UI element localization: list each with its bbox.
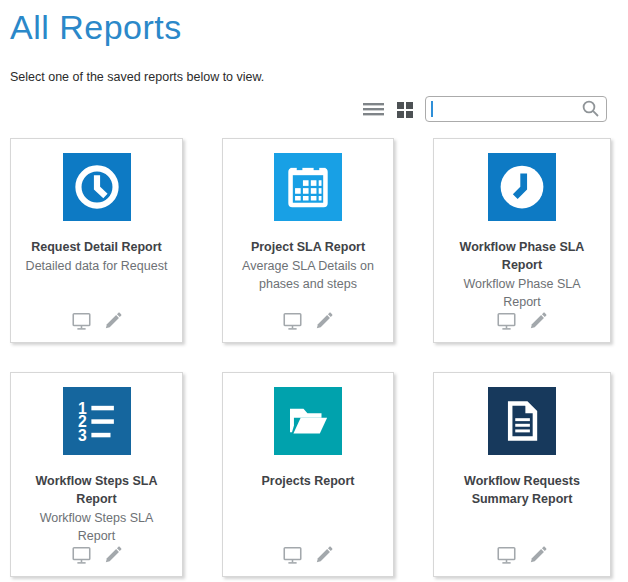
- clock-outline-icon: [63, 153, 131, 221]
- report-card-actions: [434, 544, 610, 566]
- report-card-actions: [11, 310, 182, 332]
- report-title: Workflow Requests Summary Report: [434, 472, 610, 508]
- monitor-icon[interactable]: [70, 310, 93, 332]
- report-card[interactable]: Workflow Phase SLA Report Workflow Phase…: [433, 138, 611, 343]
- grid-view-icon[interactable]: [395, 99, 415, 119]
- monitor-icon[interactable]: [281, 544, 304, 566]
- pencil-icon[interactable]: [527, 310, 549, 332]
- report-title: Request Detail Report: [11, 238, 182, 256]
- search-box[interactable]: [425, 96, 607, 122]
- pencil-icon[interactable]: [102, 544, 124, 566]
- report-card[interactable]: Projects Report: [222, 372, 394, 577]
- toolbar: [10, 95, 607, 122]
- report-title: Workflow Phase SLA Report: [434, 238, 610, 274]
- monitor-icon[interactable]: [70, 544, 93, 566]
- report-description: Detailed data for Request: [11, 257, 182, 275]
- monitor-icon[interactable]: [495, 544, 518, 566]
- document-icon: [488, 387, 556, 455]
- numbered-list-icon: 123: [63, 387, 131, 455]
- calendar-icon: [274, 153, 342, 221]
- clock-solid-icon: [488, 153, 556, 221]
- search-icon[interactable]: [581, 99, 600, 118]
- report-description: Workflow Steps SLA Report: [11, 509, 182, 545]
- pencil-icon[interactable]: [527, 544, 549, 566]
- pencil-icon[interactable]: [313, 544, 335, 566]
- report-title: Project SLA Report: [223, 238, 393, 256]
- pencil-icon[interactable]: [313, 310, 335, 332]
- report-description: Workflow Phase SLA Report: [434, 275, 610, 311]
- all-reports-page: All Reports Select one of the saved repo…: [0, 0, 628, 577]
- report-card[interactable]: Project SLA Report Average SLA Details o…: [222, 138, 394, 343]
- folder-open-icon: [274, 387, 342, 455]
- page-subtitle: Select one of the saved reports below to…: [10, 70, 628, 84]
- svg-text:3: 3: [78, 427, 87, 444]
- search-input[interactable]: [433, 100, 581, 117]
- pencil-icon[interactable]: [102, 310, 124, 332]
- list-view-icon[interactable]: [362, 99, 385, 119]
- reports-grid: Request Detail Report Detailed data for …: [10, 138, 628, 577]
- page-title: All Reports: [10, 8, 628, 47]
- monitor-icon[interactable]: [495, 310, 518, 332]
- report-title: Projects Report: [223, 472, 393, 490]
- report-card-actions: [223, 544, 393, 566]
- report-description: Average SLA Details on phases and steps: [223, 257, 393, 293]
- report-card[interactable]: Workflow Requests Summary Report: [433, 372, 611, 577]
- report-title: Workflow Steps SLA Report: [11, 472, 182, 508]
- report-card-actions: [11, 544, 182, 566]
- monitor-icon[interactable]: [281, 310, 304, 332]
- report-card-actions: [223, 310, 393, 332]
- report-card[interactable]: Request Detail Report Detailed data for …: [10, 138, 183, 343]
- report-card[interactable]: 123 Workflow Steps SLA Report Workflow S…: [10, 372, 183, 577]
- report-card-actions: [434, 310, 610, 332]
